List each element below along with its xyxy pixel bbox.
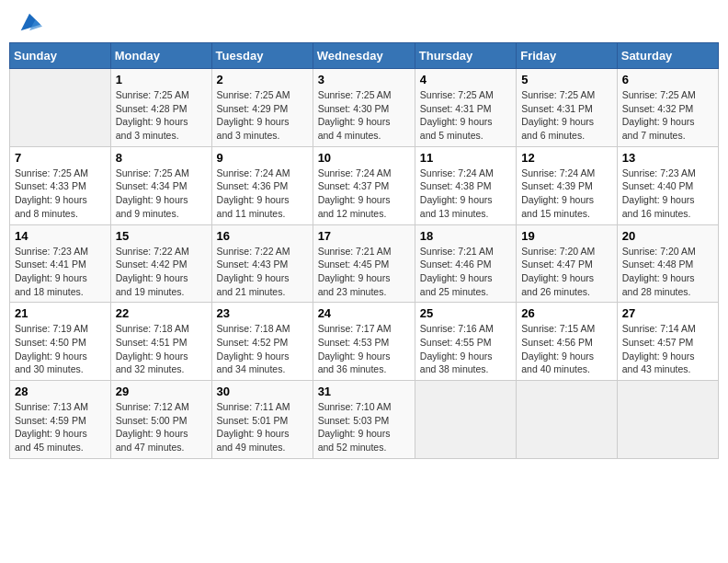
day-info: Sunrise: 7:18 AM Sunset: 4:52 PM Dayligh… [217, 322, 308, 376]
day-info: Sunrise: 7:12 AM Sunset: 5:00 PM Dayligh… [116, 400, 207, 454]
day-number: 23 [217, 306, 308, 320]
day-info: Sunrise: 7:16 AM Sunset: 4:55 PM Dayligh… [420, 322, 511, 376]
calendar-cell: 10Sunrise: 7:24 AM Sunset: 4:37 PM Dayli… [313, 146, 415, 224]
day-number: 24 [318, 306, 410, 320]
day-info: Sunrise: 7:23 AM Sunset: 4:40 PM Dayligh… [622, 167, 713, 221]
day-number: 11 [420, 151, 511, 165]
calendar-cell: 15Sunrise: 7:22 AM Sunset: 4:42 PM Dayli… [110, 224, 211, 303]
day-number: 3 [318, 73, 410, 86]
column-header-wednesday: Wednesday [313, 43, 415, 69]
calendar-cell: 28Sunrise: 7:13 AM Sunset: 4:59 PM Dayli… [10, 381, 111, 459]
calendar-cell: 8Sunrise: 7:25 AM Sunset: 4:34 PM Daylig… [110, 146, 211, 224]
calendar-cell: 14Sunrise: 7:23 AM Sunset: 4:41 PM Dayli… [10, 224, 111, 303]
day-info: Sunrise: 7:24 AM Sunset: 4:36 PM Dayligh… [217, 167, 308, 221]
day-info: Sunrise: 7:15 AM Sunset: 4:56 PM Dayligh… [521, 322, 612, 376]
calendar-cell: 7Sunrise: 7:25 AM Sunset: 4:33 PM Daylig… [10, 146, 111, 224]
calendar-cell: 5Sunrise: 7:25 AM Sunset: 4:31 PM Daylig… [517, 69, 618, 147]
day-number: 4 [420, 73, 511, 86]
calendar-cell: 26Sunrise: 7:15 AM Sunset: 4:56 PM Dayli… [517, 303, 618, 381]
day-number: 7 [15, 151, 106, 165]
calendar-cell: 31Sunrise: 7:10 AM Sunset: 5:03 PM Dayli… [313, 381, 415, 459]
day-info: Sunrise: 7:22 AM Sunset: 4:42 PM Dayligh… [116, 245, 207, 299]
column-header-monday: Monday [110, 43, 211, 69]
calendar-cell [10, 69, 111, 147]
day-info: Sunrise: 7:25 AM Sunset: 4:32 PM Dayligh… [622, 88, 713, 143]
calendar-cell: 20Sunrise: 7:20 AM Sunset: 4:48 PM Dayli… [617, 224, 718, 303]
calendar-header-row: SundayMondayTuesdayWednesdayThursdayFrid… [10, 43, 719, 69]
day-info: Sunrise: 7:25 AM Sunset: 4:31 PM Dayligh… [521, 88, 612, 143]
calendar-cell: 9Sunrise: 7:24 AM Sunset: 4:36 PM Daylig… [211, 146, 313, 224]
day-number: 19 [521, 229, 612, 243]
calendar-cell: 23Sunrise: 7:18 AM Sunset: 4:52 PM Dayli… [211, 303, 313, 381]
day-number: 26 [521, 306, 612, 320]
day-info: Sunrise: 7:20 AM Sunset: 4:48 PM Dayligh… [622, 245, 713, 299]
calendar-cell: 4Sunrise: 7:25 AM Sunset: 4:31 PM Daylig… [415, 69, 516, 147]
page-header [9, 9, 719, 35]
day-number: 13 [622, 151, 713, 165]
day-number: 28 [15, 385, 106, 398]
day-info: Sunrise: 7:10 AM Sunset: 5:03 PM Dayligh… [318, 400, 410, 454]
day-number: 1 [116, 73, 207, 86]
day-info: Sunrise: 7:17 AM Sunset: 4:53 PM Dayligh… [318, 322, 410, 376]
day-info: Sunrise: 7:25 AM Sunset: 4:29 PM Dayligh… [217, 88, 308, 143]
calendar-cell: 27Sunrise: 7:14 AM Sunset: 4:57 PM Dayli… [617, 303, 718, 381]
day-number: 29 [116, 385, 207, 398]
column-header-saturday: Saturday [617, 43, 718, 69]
calendar-cell: 19Sunrise: 7:20 AM Sunset: 4:47 PM Dayli… [517, 224, 618, 303]
day-number: 8 [116, 151, 207, 165]
day-info: Sunrise: 7:13 AM Sunset: 4:59 PM Dayligh… [15, 400, 106, 454]
day-info: Sunrise: 7:23 AM Sunset: 4:41 PM Dayligh… [15, 245, 106, 299]
day-info: Sunrise: 7:25 AM Sunset: 4:28 PM Dayligh… [116, 88, 207, 143]
column-header-sunday: Sunday [10, 43, 111, 69]
calendar-cell: 18Sunrise: 7:21 AM Sunset: 4:46 PM Dayli… [415, 224, 516, 303]
day-number: 2 [217, 73, 308, 86]
calendar-cell: 3Sunrise: 7:25 AM Sunset: 4:30 PM Daylig… [313, 69, 415, 147]
day-number: 16 [217, 229, 308, 243]
calendar-cell: 12Sunrise: 7:24 AM Sunset: 4:39 PM Dayli… [517, 146, 618, 224]
column-header-friday: Friday [517, 43, 618, 69]
day-number: 17 [318, 229, 410, 243]
day-number: 10 [318, 151, 410, 165]
day-number: 14 [15, 229, 106, 243]
calendar-cell: 22Sunrise: 7:18 AM Sunset: 4:51 PM Dayli… [110, 303, 211, 381]
week-row-4: 21Sunrise: 7:19 AM Sunset: 4:50 PM Dayli… [10, 303, 719, 381]
calendar-cell: 17Sunrise: 7:21 AM Sunset: 4:45 PM Dayli… [313, 224, 415, 303]
day-number: 18 [420, 229, 511, 243]
day-info: Sunrise: 7:24 AM Sunset: 4:39 PM Dayligh… [521, 167, 612, 221]
day-info: Sunrise: 7:22 AM Sunset: 4:43 PM Dayligh… [217, 245, 308, 299]
day-info: Sunrise: 7:24 AM Sunset: 4:37 PM Dayligh… [318, 167, 410, 221]
day-number: 30 [217, 385, 308, 398]
day-number: 12 [521, 151, 612, 165]
day-info: Sunrise: 7:19 AM Sunset: 4:50 PM Dayligh… [15, 322, 106, 376]
calendar-cell: 1Sunrise: 7:25 AM Sunset: 4:28 PM Daylig… [110, 69, 211, 147]
logo [13, 9, 42, 35]
day-number: 15 [116, 229, 207, 243]
calendar-cell [415, 381, 516, 459]
day-number: 25 [420, 306, 511, 320]
day-number: 9 [217, 151, 308, 165]
day-info: Sunrise: 7:21 AM Sunset: 4:46 PM Dayligh… [420, 245, 511, 299]
calendar-cell: 13Sunrise: 7:23 AM Sunset: 4:40 PM Dayli… [617, 146, 718, 224]
day-info: Sunrise: 7:25 AM Sunset: 4:31 PM Dayligh… [420, 88, 511, 143]
day-info: Sunrise: 7:24 AM Sunset: 4:38 PM Dayligh… [420, 167, 511, 221]
day-number: 31 [318, 385, 410, 398]
calendar-cell: 30Sunrise: 7:11 AM Sunset: 5:01 PM Dayli… [211, 381, 313, 459]
calendar-cell [617, 381, 718, 459]
day-number: 5 [521, 73, 612, 86]
calendar-cell: 11Sunrise: 7:24 AM Sunset: 4:38 PM Dayli… [415, 146, 516, 224]
day-number: 22 [116, 306, 207, 320]
day-info: Sunrise: 7:14 AM Sunset: 4:57 PM Dayligh… [622, 322, 713, 376]
column-header-thursday: Thursday [415, 43, 516, 69]
week-row-1: 1Sunrise: 7:25 AM Sunset: 4:28 PM Daylig… [10, 69, 719, 147]
day-info: Sunrise: 7:25 AM Sunset: 4:30 PM Dayligh… [318, 88, 410, 143]
week-row-2: 7Sunrise: 7:25 AM Sunset: 4:33 PM Daylig… [10, 146, 719, 224]
day-info: Sunrise: 7:25 AM Sunset: 4:33 PM Dayligh… [15, 167, 106, 221]
calendar-cell [517, 381, 618, 459]
calendar-cell: 24Sunrise: 7:17 AM Sunset: 4:53 PM Dayli… [313, 303, 415, 381]
day-info: Sunrise: 7:20 AM Sunset: 4:47 PM Dayligh… [521, 245, 612, 299]
calendar-cell: 2Sunrise: 7:25 AM Sunset: 4:29 PM Daylig… [211, 69, 313, 147]
day-number: 21 [15, 306, 106, 320]
calendar-cell: 29Sunrise: 7:12 AM Sunset: 5:00 PM Dayli… [110, 381, 211, 459]
calendar-cell: 25Sunrise: 7:16 AM Sunset: 4:55 PM Dayli… [415, 303, 516, 381]
day-info: Sunrise: 7:21 AM Sunset: 4:45 PM Dayligh… [318, 245, 410, 299]
